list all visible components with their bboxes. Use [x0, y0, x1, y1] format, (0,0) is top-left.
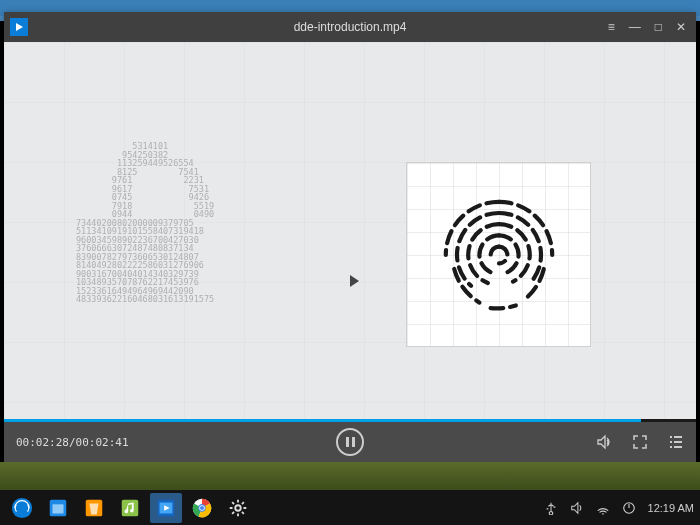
- player-controls: 00:02:28/00:02:41: [4, 422, 696, 462]
- browser-button[interactable]: [186, 493, 218, 523]
- close-icon[interactable]: ✕: [676, 20, 686, 34]
- taskbar: 12:19 AM: [0, 490, 700, 525]
- movie-player-window: dde-introduction.mp4 ≡ — □ ✕ 5314101 954…: [4, 12, 696, 462]
- svg-rect-5: [122, 499, 139, 516]
- file-manager-button[interactable]: [42, 493, 74, 523]
- video-canvas[interactable]: 5314101 954250382 113259449526554 8125 7…: [4, 42, 696, 419]
- total-time: 00:02:41: [76, 436, 129, 449]
- svg-point-14: [235, 505, 241, 511]
- music-button[interactable]: [114, 493, 146, 523]
- desktop-wallpaper: [0, 462, 700, 492]
- app-store-button[interactable]: [78, 493, 110, 523]
- sound-tray-icon[interactable]: [570, 501, 584, 515]
- launcher-button[interactable]: [6, 493, 38, 523]
- volume-icon[interactable]: [596, 434, 612, 450]
- pause-icon: [346, 437, 355, 447]
- network-tray-icon[interactable]: [596, 501, 610, 515]
- ascii-lock-graphic: 5314101 954250382 113259449526554 8125 7…: [76, 142, 214, 304]
- menu-icon[interactable]: ≡: [608, 20, 615, 34]
- usb-tray-icon[interactable]: [544, 501, 558, 515]
- titlebar: dde-introduction.mp4 ≡ — □ ✕: [4, 12, 696, 42]
- minimize-icon[interactable]: —: [629, 20, 641, 34]
- fingerprint-graphic: [406, 162, 591, 347]
- window-title: dde-introduction.mp4: [294, 20, 407, 34]
- movie-player-button[interactable]: [150, 493, 182, 523]
- svg-point-13: [200, 505, 204, 509]
- settings-button[interactable]: [222, 493, 254, 523]
- current-time: 00:02:28: [16, 436, 69, 449]
- clock[interactable]: 12:19 AM: [648, 502, 694, 514]
- pause-button[interactable]: [336, 428, 364, 456]
- app-icon: [10, 18, 28, 36]
- fullscreen-icon[interactable]: [632, 434, 648, 450]
- svg-marker-0: [16, 23, 23, 31]
- svg-rect-3: [53, 504, 64, 513]
- power-tray-icon[interactable]: [622, 501, 636, 515]
- playlist-icon[interactable]: [668, 434, 684, 450]
- arrow-icon: [350, 275, 359, 287]
- maximize-icon[interactable]: □: [655, 20, 662, 34]
- time-display: 00:02:28/00:02:41: [16, 436, 129, 449]
